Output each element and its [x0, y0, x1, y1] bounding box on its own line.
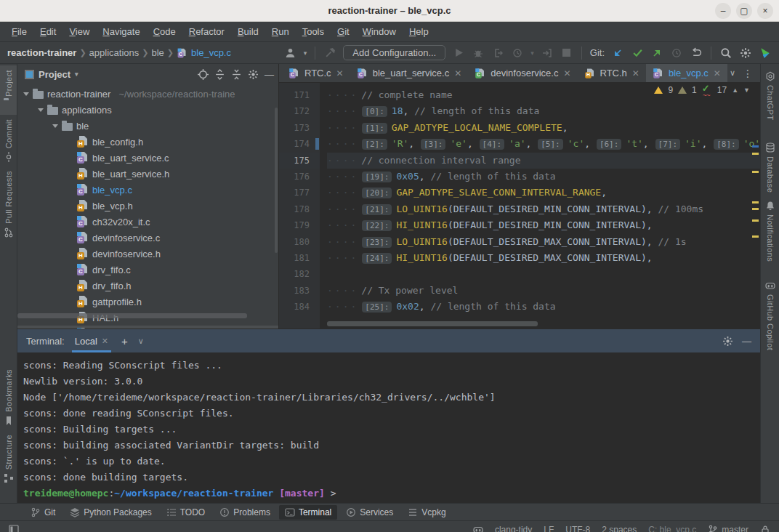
error-stripe-mark[interactable] [752, 153, 759, 155]
error-stripe-mark[interactable] [752, 208, 759, 210]
error-stripe-mark[interactable] [752, 219, 759, 222]
user-icon[interactable] [284, 47, 297, 60]
debug-icon[interactable] [472, 47, 485, 60]
git-commit-icon[interactable] [631, 47, 644, 60]
chevron-down-icon[interactable]: ∨ [138, 336, 144, 346]
tree-item-ble_vcp.c[interactable]: Cble_vcp.c [17, 182, 278, 198]
sidebar-item-bookmarks[interactable]: Bookmarks [0, 365, 17, 430]
tree-horizontal-scrollbar[interactable] [17, 313, 247, 318]
tree-item-ch32v20x_it.c[interactable]: Cch32v20x_it.c [17, 214, 278, 230]
close-button[interactable]: × [757, 3, 773, 19]
tree-vertical-scrollbar[interactable] [275, 108, 278, 253]
locate-icon[interactable] [198, 69, 209, 80]
tree-item-devinfoservice.h[interactable]: Hdevinfoservice.h [17, 246, 278, 262]
gear-icon[interactable] [248, 69, 259, 80]
next-problem-icon[interactable]: ▼ [743, 86, 750, 94]
terminal-output[interactable]: scons: Reading SConscript files ...Newli… [17, 352, 760, 503]
menu-edit[interactable]: Edit [34, 24, 62, 39]
sidebar-item-notifications[interactable]: Notifications [761, 196, 779, 266]
sidebar-item-structure[interactable]: Structure [0, 430, 17, 488]
coverage-icon[interactable] [491, 47, 504, 60]
error-stripe-mark[interactable] [752, 145, 759, 148]
chevron-expanded-icon[interactable] [52, 124, 58, 131]
sidebar-item-project[interactable]: Project [0, 65, 17, 115]
collapse-all-icon[interactable] [231, 69, 242, 80]
tree-item-ble_vcp.h[interactable]: Hble_vcp.h [17, 198, 278, 214]
status-lock[interactable] [760, 525, 770, 532]
expand-all-icon[interactable] [214, 69, 225, 80]
toolwindow-button-terminal[interactable]: Terminal [279, 505, 337, 520]
close-icon[interactable]: ✕ [102, 336, 108, 346]
profiler-icon[interactable] [511, 47, 524, 60]
editor-horizontal-scrollbar[interactable] [327, 321, 538, 326]
breadcrumb-item[interactable]: reaction-trainer [7, 47, 76, 58]
minimize-button[interactable]: – [715, 3, 731, 19]
tree-item-reaction-trainer[interactable]: reaction-trainer~/workspace/reaction-tra… [17, 86, 278, 102]
gear-icon[interactable] [739, 47, 752, 60]
tree-item-ble_uart_service.h[interactable]: Hble_uart_service.h [17, 166, 278, 182]
tool-windows-icon[interactable] [9, 525, 19, 532]
toolwindow-button-python-packages[interactable]: Python Packages [64, 505, 157, 520]
plugin-icon[interactable] [759, 47, 772, 60]
run-icon[interactable] [452, 47, 465, 60]
error-stripe-mark[interactable] [752, 201, 759, 203]
error-stripe-mark[interactable] [752, 235, 759, 238]
tree-item-drv_fifo.h[interactable]: Hdrv_fifo.h [17, 278, 278, 294]
gear-icon[interactable] [722, 336, 733, 347]
sidebar-item-chatgpt[interactable]: ChatGPT [761, 67, 779, 125]
status-clang-tidy[interactable]: clang-tidy [495, 525, 532, 532]
line-number[interactable]: 177 [279, 185, 320, 201]
toolwindow-button-todo[interactable]: TODO [161, 505, 211, 520]
sidebar-item-commit[interactable]: Commit [0, 115, 17, 166]
line-number[interactable]: 182 [279, 266, 320, 282]
error-stripe-mark[interactable] [752, 171, 759, 173]
status-lf[interactable]: LF [544, 525, 554, 532]
maximize-button[interactable]: ▢ [736, 3, 752, 19]
git-update-icon[interactable] [611, 47, 624, 60]
menu-run[interactable]: Run [266, 24, 295, 39]
toolwindow-button-git[interactable]: Git [25, 505, 61, 520]
toolwindow-button-vcpkg[interactable]: Vcpkg [402, 505, 451, 520]
tree-item-ble_config.h[interactable]: Hble_config.h [17, 134, 278, 150]
menu-view[interactable]: View [63, 24, 95, 39]
hide-icon[interactable]: — [265, 69, 274, 80]
menu-refactor[interactable]: Refactor [183, 24, 230, 39]
inspection-widget[interactable]: 9 1 ✓~~ 17 ▲ ▼ [654, 85, 750, 95]
line-number[interactable]: 180 [279, 234, 320, 250]
breadcrumb-item[interactable]: applications [89, 47, 140, 58]
breadcrumb-item[interactable]: ble [151, 47, 164, 58]
add-configuration-button[interactable]: Add Configuration... [343, 45, 445, 60]
menu-navigate[interactable]: Navigate [97, 24, 145, 39]
tab-ble_uart_service.c[interactable]: Cble_uart_service.c✕ [350, 64, 469, 82]
menu-git[interactable]: Git [331, 24, 355, 39]
menu-window[interactable]: Window [357, 24, 402, 39]
tree-item-ble[interactable]: ble [17, 118, 278, 134]
status-master[interactable]: master [708, 525, 748, 532]
close-icon[interactable]: ✕ [714, 68, 721, 78]
close-icon[interactable]: ✕ [336, 68, 344, 78]
project-panel-title[interactable]: Project ▾ [25, 69, 78, 80]
breadcrumb-item[interactable]: Cble_vcp.c [177, 47, 231, 59]
sidebar-item-github-copilot[interactable]: GitHub Copilot [761, 276, 779, 355]
tree-item-MCU.c[interactable]: CMCU.c [17, 326, 278, 329]
tree-item-ble_uart_service.c[interactable]: Cble_uart_service.c [17, 150, 278, 166]
hammer-icon[interactable] [323, 47, 336, 60]
tree-item-drv_fifo.c[interactable]: Cdrv_fifo.c [17, 262, 278, 278]
line-number[interactable]: 179 [279, 217, 320, 233]
chevron-expanded-icon[interactable] [38, 108, 44, 115]
terminal-tab-local[interactable]: Local ✕ [72, 329, 111, 352]
new-terminal-icon[interactable]: + [118, 335, 131, 347]
menu-tools[interactable]: Tools [296, 24, 330, 39]
line-number[interactable]: 171 [279, 87, 320, 103]
stop-icon[interactable] [560, 47, 573, 60]
line-number[interactable]: 184 [279, 299, 320, 315]
git-push-icon[interactable] [650, 47, 663, 60]
more-options-icon[interactable]: ⋮ [743, 68, 753, 79]
line-number[interactable]: 175 [279, 153, 320, 169]
editor-gutter[interactable]: 1711721731741751761771781791801811821831… [279, 83, 320, 329]
tab-devinfoservice.c[interactable]: Cdevinfoservice.c✕ [468, 64, 577, 82]
git-rollback-icon[interactable] [690, 47, 703, 60]
line-number[interactable]: 181 [279, 250, 320, 266]
prev-problem-icon[interactable]: ▲ [732, 86, 738, 94]
status-2-spaces[interactable]: 2 spaces [602, 525, 637, 532]
